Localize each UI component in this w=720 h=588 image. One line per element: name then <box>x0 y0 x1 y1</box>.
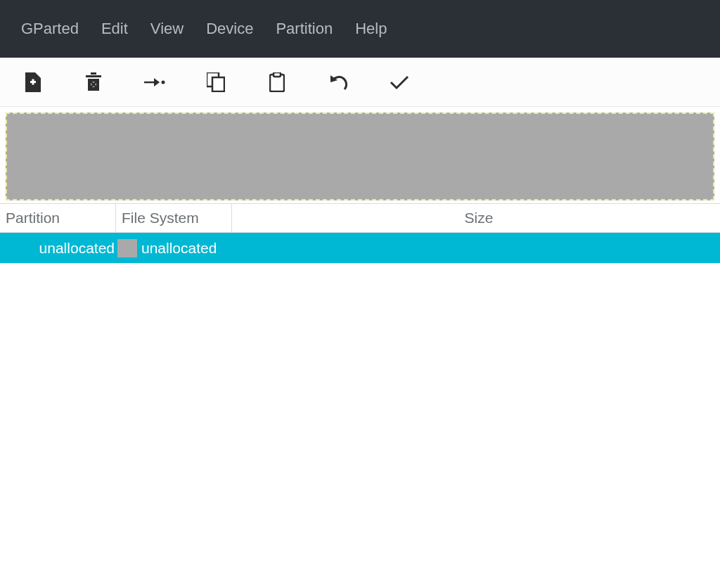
new-partition-button[interactable] <box>21 71 44 94</box>
undo-icon <box>329 74 347 91</box>
partition-graphic-unallocated[interactable] <box>6 113 714 200</box>
svg-rect-1 <box>32 79 34 84</box>
delete-partition-button[interactable] <box>82 71 105 94</box>
filesystem-color-swatch <box>117 239 137 257</box>
copy-button[interactable] <box>205 71 227 94</box>
menu-device[interactable]: Device <box>195 15 264 42</box>
svg-rect-7 <box>212 77 224 91</box>
table-header: Partition File System Size <box>0 203 720 233</box>
menu-view[interactable]: View <box>139 15 195 42</box>
trash-icon <box>84 72 103 92</box>
arrow-right-icon <box>144 75 165 89</box>
cell-partition-name: unallocated <box>0 240 116 257</box>
svg-rect-9 <box>274 72 281 77</box>
toolbar <box>0 58 720 107</box>
apply-button[interactable] <box>388 71 411 94</box>
menu-edit[interactable]: Edit <box>90 15 139 42</box>
svg-rect-3 <box>91 72 96 75</box>
resize-move-button[interactable] <box>143 71 166 94</box>
svg-rect-2 <box>86 75 101 77</box>
menubar: GParted Edit View Device Partition Help <box>0 0 720 58</box>
svg-point-5 <box>162 80 165 84</box>
table-row[interactable]: unallocated unallocated <box>0 233 720 263</box>
paste-button[interactable] <box>266 71 288 94</box>
filesystem-label: unallocated <box>141 240 217 257</box>
file-plus-icon <box>24 72 41 92</box>
clipboard-icon <box>269 72 285 92</box>
menu-help[interactable]: Help <box>344 15 398 42</box>
column-header-size[interactable]: Size <box>232 204 720 232</box>
undo-button[interactable] <box>327 71 349 94</box>
check-icon <box>390 75 409 90</box>
menu-partition[interactable]: Partition <box>264 15 344 42</box>
cell-filesystem: unallocated <box>116 239 217 257</box>
copy-icon <box>207 72 225 92</box>
column-header-partition[interactable]: Partition <box>0 204 116 232</box>
column-header-filesystem[interactable]: File System <box>116 204 232 232</box>
menu-gparted[interactable]: GParted <box>10 15 90 42</box>
